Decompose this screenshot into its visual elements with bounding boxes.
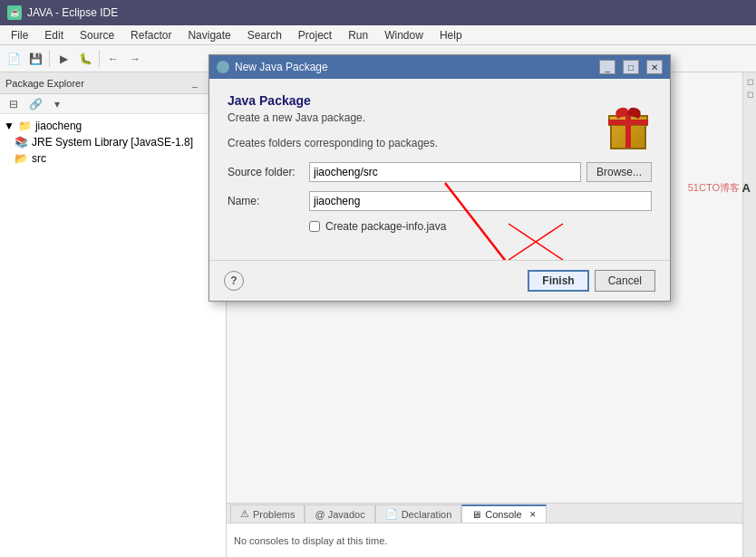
dialog-title-icon bbox=[217, 61, 229, 73]
finish-button[interactable]: Finish bbox=[528, 270, 588, 292]
help-button[interactable]: ? bbox=[224, 271, 244, 291]
name-input[interactable] bbox=[309, 191, 652, 211]
name-row: Name: bbox=[228, 191, 652, 211]
dialog-restore-btn[interactable]: □ bbox=[623, 60, 639, 74]
source-folder-label: Source folder: bbox=[228, 166, 309, 178]
browse-button[interactable]: Browse... bbox=[586, 162, 652, 182]
gift-ribbon-h bbox=[608, 120, 648, 125]
dialog-body: Java Package Create a new Java package. … bbox=[209, 79, 670, 260]
checkbox-label: Create package-info.java bbox=[325, 220, 446, 233]
dialog-title-text: New Java Package bbox=[235, 61, 592, 73]
dialog-minimize-btn[interactable]: _ bbox=[599, 60, 615, 74]
source-folder-row: Source folder: Browse... bbox=[228, 162, 652, 182]
package-info-checkbox[interactable] bbox=[309, 221, 320, 232]
dialog-overlay: New Java Package _ □ ✕ Java Package Crea… bbox=[0, 0, 756, 557]
dialog-close-btn[interactable]: ✕ bbox=[646, 60, 663, 74]
new-java-package-dialog: New Java Package _ □ ✕ Java Package Crea… bbox=[208, 54, 671, 302]
dialog-titlebar: New Java Package _ □ ✕ bbox=[209, 55, 670, 79]
gift-icon bbox=[608, 110, 648, 149]
cancel-button[interactable]: Cancel bbox=[595, 270, 655, 292]
dialog-description: Creates folders corresponding to package… bbox=[228, 137, 652, 149]
gift-icon-area bbox=[601, 102, 655, 157]
dialog-footer: ? Finish Cancel bbox=[209, 260, 670, 301]
gift-ribbon-v bbox=[625, 111, 631, 148]
dialog-heading: Java Package bbox=[228, 93, 652, 108]
source-folder-input[interactable] bbox=[309, 162, 581, 182]
name-label: Name: bbox=[228, 195, 309, 207]
checkbox-row: Create package-info.java bbox=[228, 220, 652, 233]
dialog-subtitle: Create a new Java package. bbox=[228, 111, 652, 124]
